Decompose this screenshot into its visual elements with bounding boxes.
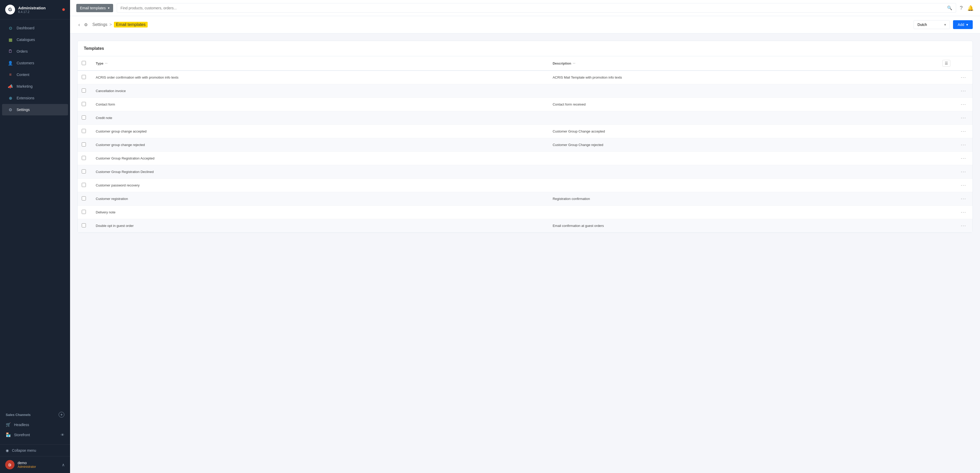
row-checkbox[interactable] (82, 183, 86, 187)
language-select[interactable]: Dutch ▾ (913, 20, 950, 29)
sidebar-item-label: Catalogues (17, 38, 35, 42)
sidebar-item-label: Customers (17, 61, 34, 65)
marketing-icon: 📣 (8, 84, 13, 89)
row-description: Contact form received (549, 98, 938, 111)
sidebar-item-marketing[interactable]: 📣 Marketing (2, 81, 68, 92)
settings-gear-icon[interactable]: ⚙ (83, 21, 89, 28)
column-header-actions (955, 56, 972, 71)
sidebar-header: G Administration 6.4.17.2 (0, 0, 70, 19)
row-checkbox[interactable] (82, 223, 86, 227)
back-button[interactable]: ‹ (77, 21, 81, 29)
sidebar: G Administration 6.4.17.2 ⊙ Dashboard ▦ … (0, 0, 70, 473)
row-checkbox-cell (78, 71, 92, 84)
collapse-menu-button[interactable]: ◉ Collapse menu (0, 444, 70, 456)
email-templates-btn-label: Email templates (80, 6, 106, 10)
sidebar-item-catalogues[interactable]: ▦ Catalogues (2, 34, 68, 45)
sidebar-item-dashboard[interactable]: ⊙ Dashboard (2, 22, 68, 34)
page-header: ‹ ⚙ Settings > Email templates Dutch ▾ A… (70, 16, 980, 33)
row-description (549, 179, 938, 192)
list-view-button[interactable]: ☰ (942, 60, 950, 67)
templates-table: Type ··· Description ··· (78, 56, 972, 233)
row-more-button[interactable]: ··· (959, 168, 968, 175)
customers-icon: 👤 (8, 60, 13, 66)
row-more-button[interactable]: ··· (959, 88, 968, 94)
row-more-button[interactable]: ··· (959, 209, 968, 216)
add-button[interactable]: Add ▾ (953, 20, 973, 29)
notification-icon[interactable]: 🔔 (967, 5, 974, 11)
email-templates-dropdown-button[interactable]: Email templates ▾ (76, 4, 113, 12)
app-logo: G (5, 5, 15, 14)
sidebar-nav: ⊙ Dashboard ▦ Catalogues 🗒 Orders 👤 Cust… (0, 19, 70, 409)
row-checkbox-cell (78, 98, 92, 111)
sidebar-item-customers[interactable]: 👤 Customers (2, 57, 68, 69)
search-input[interactable] (121, 6, 945, 10)
add-btn-chevron-icon: ▾ (966, 22, 968, 27)
row-checkbox[interactable] (82, 129, 86, 133)
row-checkbox-cell (78, 219, 92, 233)
row-list-cell (938, 84, 955, 98)
row-type: Credit note (92, 111, 549, 125)
dashboard-icon: ⊙ (8, 25, 13, 30)
row-checkbox[interactable] (82, 210, 86, 214)
row-list-cell (938, 125, 955, 138)
row-more-button[interactable]: ··· (959, 74, 968, 81)
row-more-button[interactable]: ··· (959, 114, 968, 121)
table-row: Cancellation invoice ··· (78, 84, 972, 98)
catalogues-icon: ▦ (8, 37, 13, 42)
breadcrumb-current-page: Email templates (114, 22, 148, 27)
row-description (549, 206, 938, 219)
row-checkbox[interactable] (82, 115, 86, 119)
row-checkbox[interactable] (82, 196, 86, 200)
content-icon: ≡ (8, 72, 13, 77)
row-more-button[interactable]: ··· (959, 155, 968, 162)
storefront-icon: 🏪 (6, 432, 11, 437)
add-channel-button[interactable]: + (59, 412, 64, 417)
select-all-checkbox[interactable] (82, 61, 86, 65)
row-description (549, 111, 938, 125)
type-column-menu-icon[interactable]: ··· (105, 62, 107, 65)
row-checkbox-cell (78, 206, 92, 219)
sidebar-item-storefront[interactable]: 🏪 Storefront 👁 (5, 430, 65, 440)
row-checkbox[interactable] (82, 102, 86, 106)
user-name: demo (18, 461, 59, 465)
row-actions-cell: ··· (955, 71, 972, 84)
sidebar-item-extensions[interactable]: ⊕ Extensions (2, 92, 68, 104)
user-menu-button[interactable]: ∧ (62, 462, 65, 467)
row-more-button[interactable]: ··· (959, 222, 968, 229)
row-checkbox-cell (78, 125, 92, 138)
row-checkbox[interactable] (82, 75, 86, 79)
app-version: 6.4.17.2 (18, 10, 59, 14)
row-checkbox[interactable] (82, 156, 86, 160)
sidebar-item-headless[interactable]: 🛒 Headless (5, 420, 65, 430)
page-content: ‹ ⚙ Settings > Email templates Dutch ▾ A… (70, 16, 980, 473)
channel-label: Storefront (14, 433, 30, 437)
row-more-button[interactable]: ··· (959, 128, 968, 135)
table-row: Customer Group Registration Declined ··· (78, 165, 972, 179)
row-checkbox[interactable] (82, 169, 86, 173)
table-row: Customer password recovery ··· (78, 179, 972, 192)
column-header-type: Type ··· (92, 56, 549, 71)
row-actions-cell: ··· (955, 152, 972, 165)
table-row: Customer group change accepted Customer … (78, 125, 972, 138)
sidebar-item-settings[interactable]: ⚙ Settings (2, 104, 68, 115)
breadcrumb-settings-link[interactable]: Settings (92, 22, 107, 27)
row-more-button[interactable]: ··· (959, 141, 968, 148)
row-description: Customer Group Change rejected (549, 138, 938, 152)
row-checkbox[interactable] (82, 142, 86, 146)
row-more-button[interactable]: ··· (959, 195, 968, 202)
row-more-button[interactable]: ··· (959, 182, 968, 189)
sidebar-item-orders[interactable]: 🗒 Orders (2, 46, 68, 57)
description-column-menu-icon[interactable]: ··· (573, 62, 575, 65)
row-checkbox[interactable] (82, 89, 86, 92)
column-header-list: ☰ (938, 56, 955, 71)
search-bar: 🔍 (117, 3, 956, 13)
sidebar-item-content[interactable]: ≡ Content (2, 69, 68, 80)
row-type: Cancellation invoice (92, 84, 549, 98)
row-actions-cell: ··· (955, 206, 972, 219)
row-actions-cell: ··· (955, 219, 972, 233)
row-more-button[interactable]: ··· (959, 101, 968, 108)
chevron-down-icon: ▾ (108, 6, 110, 10)
row-type: Customer group change accepted (92, 125, 549, 138)
row-actions-cell: ··· (955, 165, 972, 179)
help-icon[interactable]: ? (960, 5, 963, 11)
